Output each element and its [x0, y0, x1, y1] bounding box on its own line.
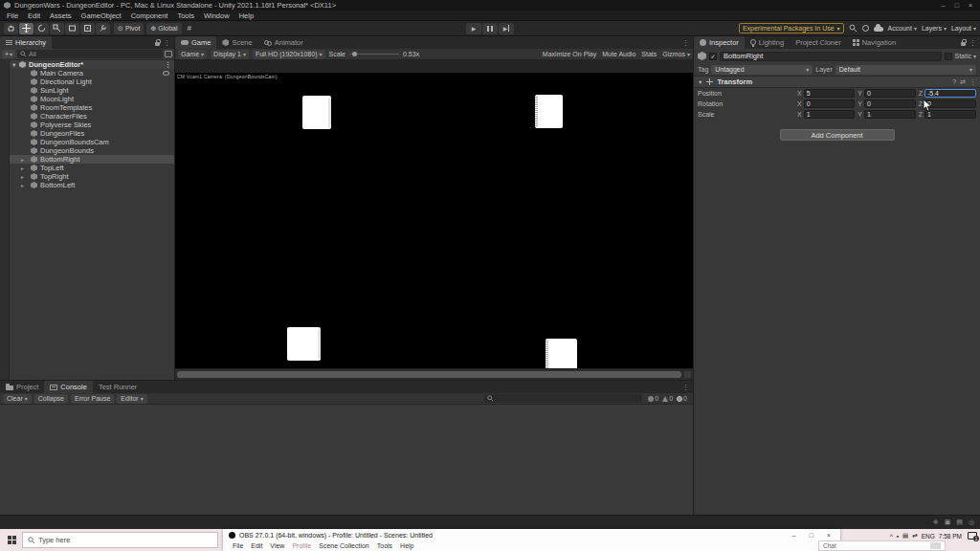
scrollbar-thumb[interactable]	[177, 371, 681, 378]
collapse-arrow-icon[interactable]: ▼	[11, 62, 16, 68]
tray-icon-4[interactable]: ⇄	[912, 532, 917, 540]
layer-dropdown[interactable]: Default ▾	[835, 65, 976, 75]
search-icon[interactable]	[849, 24, 858, 33]
obs-minimize-button[interactable]: –	[792, 532, 796, 539]
layout-dropdown[interactable]: Layout ▾	[951, 25, 976, 32]
visibility-gutter[interactable]	[0, 60, 10, 380]
obs-window[interactable]: OBS 27.0.1 (64-bit, windows) - Profile: …	[223, 529, 840, 551]
chat-button[interactable]	[930, 542, 941, 549]
tab-inspector[interactable]: Inspector	[694, 36, 745, 49]
warning-count-toggle[interactable]: 0	[662, 395, 673, 402]
tab-hierarchy[interactable]: Hierarchy	[0, 36, 52, 49]
console-log-area[interactable]	[0, 405, 693, 515]
hierarchy-item-roomtemplates[interactable]: RoomTemplates	[10, 103, 174, 112]
expand-arrow-icon[interactable]: ▸	[21, 174, 24, 180]
account-dropdown[interactable]: Account ▾	[888, 25, 917, 32]
menu-gameobject[interactable]: GameObject	[77, 11, 126, 20]
play-button[interactable]: ▶	[466, 23, 481, 34]
custom-tool-button[interactable]	[96, 23, 110, 34]
cloud-icon[interactable]	[874, 27, 883, 32]
obs-menu-file[interactable]: File	[229, 542, 247, 549]
window-maximize-button[interactable]: □	[955, 2, 959, 9]
gameobject-cube-icon[interactable]	[698, 52, 706, 60]
editor-dropdown-button[interactable]: Editor ▾	[117, 394, 146, 404]
hierarchy-item-bottomleft[interactable]: ▸BottomLeft	[10, 181, 174, 189]
tab-project[interactable]: Project	[0, 381, 44, 393]
window-close-button[interactable]: ×	[969, 2, 972, 9]
hierarchy-search-input[interactable]: All	[17, 50, 163, 58]
position-y-input[interactable]: 0	[864, 89, 916, 98]
status-icon-2[interactable]: ▣	[945, 518, 951, 526]
tab-project-cloner[interactable]: Project Cloner	[790, 36, 847, 49]
transform-component-header[interactable]: ▼ Transform ? ⇄ ⋮	[694, 76, 980, 88]
more-icon[interactable]: ⋮	[969, 39, 976, 47]
rotation-z-input[interactable]: 0	[924, 99, 976, 108]
grid-snap-icon[interactable]: #	[188, 24, 191, 33]
window-minimize-button[interactable]: –	[942, 2, 946, 9]
hierarchy-item-topleft[interactable]: ▸TopLeft	[10, 164, 174, 172]
rotation-x-input[interactable]: 0	[804, 99, 856, 108]
clock[interactable]: 7:58 PM	[939, 533, 962, 540]
status-icon-3[interactable]: ▤	[956, 518, 963, 526]
resolution-dropdown[interactable]: Full HD (1920x1080) ▾	[253, 50, 325, 59]
more-icon[interactable]: ⋮	[164, 39, 170, 47]
rect-tool-button[interactable]	[65, 23, 79, 34]
obs-menu-view[interactable]: View	[266, 542, 288, 549]
console-search-input[interactable]	[484, 394, 642, 403]
horizontal-scrollbar[interactable]	[175, 368, 693, 380]
clear-button[interactable]: Clear ▾	[3, 394, 32, 404]
add-component-button[interactable]: Add Component	[780, 129, 895, 141]
hand-tool-button[interactable]	[4, 23, 18, 34]
slider-knob[interactable]	[352, 52, 357, 56]
hierarchy-item-dungeonboundscam[interactable]: DungeonBoundsCam	[10, 138, 174, 146]
obs-menu-edit[interactable]: Edit	[247, 542, 266, 549]
scale-x-input[interactable]: 1	[804, 110, 856, 119]
language-indicator[interactable]: ENG	[922, 533, 935, 540]
expand-arrow-icon[interactable]: ▸	[21, 157, 24, 163]
error-count-toggle[interactable]: 0	[677, 395, 687, 402]
hierarchy-item-dungeonfiles[interactable]: DungeonFiles	[10, 129, 174, 138]
start-button[interactable]	[8, 536, 16, 544]
presets-icon[interactable]: ⇄	[960, 78, 966, 86]
game-display-mode-dropdown[interactable]: Game ▾	[178, 50, 207, 59]
tab-console[interactable]: Console	[44, 381, 93, 393]
info-count-toggle[interactable]: 0	[648, 395, 658, 402]
obs-menu-scene-collection[interactable]: Scene Collection	[315, 542, 373, 549]
create-object-button[interactable]: + ▾	[2, 50, 15, 58]
hierarchy-item-polyverse-skies[interactable]: Polyverse Skies	[10, 121, 174, 129]
scale-slider[interactable]	[349, 54, 399, 55]
gizmos-dropdown[interactable]: Gizmos ▾	[662, 51, 690, 57]
more-icon[interactable]: ⋮	[165, 61, 171, 69]
tray-icon-3[interactable]: ▤	[902, 532, 908, 540]
obs-menu-help[interactable]: Help	[396, 542, 417, 549]
tab-navigation[interactable]: Navigation	[847, 36, 902, 49]
taskbar-search-input[interactable]: Type here	[22, 532, 218, 548]
tab-game[interactable]: Game	[175, 36, 216, 49]
scale-tool-button[interactable]	[50, 23, 64, 34]
status-icon-1[interactable]: ※	[933, 518, 939, 526]
hierarchy-item-sunlight[interactable]: SunLight	[10, 86, 174, 95]
tray-chevron-icon[interactable]: ^	[890, 533, 893, 540]
step-button[interactable]: ▶	[499, 23, 514, 34]
stats-button[interactable]: Stats	[641, 51, 657, 57]
object-name-field[interactable]: BottomRight	[720, 52, 942, 61]
hierarchy-item-moonlight[interactable]: MoonLight	[10, 95, 174, 103]
experimental-packages-button[interactable]: Experimental Packages In Use ▾	[739, 23, 844, 33]
menu-component[interactable]: Component	[126, 11, 173, 20]
scale-y-input[interactable]: 1	[864, 110, 916, 119]
hierarchy-item-bottomright[interactable]: ▸BottomRight	[10, 155, 174, 164]
position-x-input[interactable]: 5	[804, 89, 856, 98]
active-checkbox[interactable]: ✓	[709, 53, 717, 60]
help-icon[interactable]: ?	[952, 78, 956, 85]
rotation-y-input[interactable]: 0	[864, 99, 916, 108]
layers-dropdown[interactable]: Layers ▾	[922, 25, 947, 32]
rotate-tool-button[interactable]	[34, 23, 49, 34]
tab-animator[interactable]: Animator	[258, 36, 309, 49]
lock-icon[interactable]	[961, 42, 966, 46]
obs-menu-tools[interactable]: Tools	[373, 542, 396, 549]
lock-icon[interactable]	[155, 42, 160, 46]
collab-icon[interactable]	[862, 25, 869, 32]
position-z-input[interactable]: -5.4	[924, 89, 976, 98]
menu-window[interactable]: Window	[199, 11, 234, 20]
expand-arrow-icon[interactable]: ▸	[21, 165, 24, 171]
